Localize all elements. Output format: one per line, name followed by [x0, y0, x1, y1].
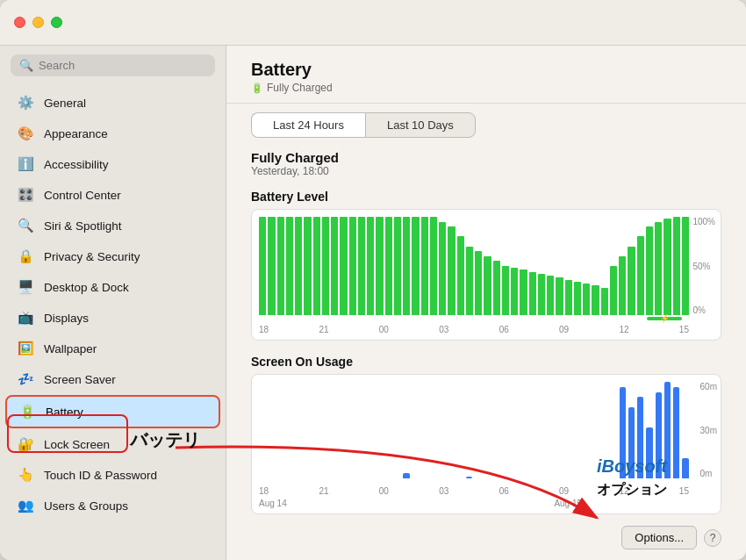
screen-bar — [403, 473, 409, 478]
battery-bar — [655, 222, 662, 315]
battery-bar — [511, 268, 518, 315]
screen-x-label: 03 — [439, 486, 448, 496]
battery-bar — [556, 277, 563, 315]
battery-bar — [574, 282, 581, 315]
battery-chart-section: Battery Level 100% 50% 0% 18210003060912… — [251, 190, 721, 341]
battery-bar — [439, 222, 446, 315]
battery-chart-label: Battery Level — [251, 190, 721, 204]
battery-bar — [538, 274, 545, 315]
battery-bar — [367, 217, 374, 315]
battery-bars — [259, 217, 689, 315]
battery-x-label: 21 — [319, 325, 328, 334]
screen-x-label: 12 — [619, 486, 628, 496]
battery-bar — [295, 217, 302, 315]
battery-bar — [394, 217, 401, 315]
screen-chart-section: Screen On Usage 60m 30m 0m 1821000306091… — [251, 355, 721, 514]
battery-bar — [340, 217, 347, 315]
content-subtitle: 🔋 Fully Charged — [251, 82, 721, 94]
battery-bar — [610, 266, 617, 315]
battery-bar — [313, 217, 320, 315]
sidebar-item-wallpaper[interactable]: 🖼️ Wallpaper — [5, 334, 220, 363]
sidebar-item-lock-screen[interactable]: 🔐 Lock Screen — [5, 429, 220, 459]
sidebar-item-siri-spotlight[interactable]: 🔍 Siri & Spotlight — [5, 211, 220, 241]
screen-bar — [628, 407, 635, 478]
sidebar-item-screen-saver[interactable]: 💤 Screen Saver — [5, 364, 220, 394]
sidebar-icon-wallpaper: 🖼️ — [16, 339, 35, 358]
sidebar-icon-siri-spotlight: 🔍 — [16, 216, 35, 235]
search-input[interactable] — [39, 59, 206, 72]
sidebar-label-siri-spotlight: Siri & Spotlight — [44, 219, 122, 233]
battery-x-labels: 1821000306091215 — [259, 325, 689, 334]
battery-bar — [682, 217, 689, 315]
sidebar-label-battery: Battery — [46, 406, 83, 419]
sidebar-icon-screen-saver: 💤 — [16, 370, 35, 389]
sidebar-item-appearance[interactable]: 🎨 Appearance — [5, 118, 220, 148]
battery-bar — [466, 247, 473, 315]
sidebar-item-users-groups[interactable]: 👥 Users & Groups — [5, 491, 220, 521]
screen-bar — [620, 387, 626, 478]
close-button[interactable] — [14, 17, 25, 28]
sidebar-item-touch-id-password[interactable]: 👆 Touch ID & Password — [5, 460, 220, 490]
search-input-wrap[interactable]: 🔍 — [11, 54, 215, 76]
status-block: Fully Charged Yesterday, 18:00 — [251, 150, 721, 177]
screen-y-labels: 60m 30m 0m — [700, 382, 717, 478]
minimize-button[interactable] — [32, 17, 44, 28]
battery-bar — [664, 219, 671, 315]
screen-bar — [466, 477, 472, 478]
sidebar-icon-appearance: 🎨 — [16, 124, 35, 143]
battery-bar — [583, 284, 590, 315]
battery-y-labels: 100% 50% 0% — [692, 217, 715, 315]
sidebar-label-privacy-security: Privacy & Security — [44, 250, 140, 263]
battery-bar — [286, 217, 293, 315]
battery-x-label: 00 — [379, 325, 389, 334]
battery-chart: 100% 50% 0% 1821000306091215 ⚡ — [251, 209, 721, 341]
screen-x-label: 15 — [679, 486, 689, 496]
sidebar-item-general[interactable]: ⚙️ General — [5, 88, 220, 118]
battery-bar — [628, 247, 635, 315]
sidebar-item-control-center[interactable]: 🎛️ Control Center — [5, 180, 220, 210]
sidebar-icon-touch-id-password: 👆 — [16, 465, 35, 485]
sidebar-icon-users-groups: 👥 — [16, 496, 35, 515]
bottom-bar: Options... ? — [226, 519, 746, 560]
sidebar-label-general: General — [44, 97, 86, 110]
battery-bar — [403, 217, 410, 315]
help-button[interactable]: ? — [704, 529, 721, 547]
tab-24h[interactable]: Last 24 Hours — [251, 112, 365, 138]
battery-x-label: 06 — [499, 325, 509, 334]
battery-bar — [331, 217, 338, 315]
battery-bar — [421, 217, 428, 315]
screen-x-label2: Aug 15 — [554, 499, 582, 508]
sidebar-item-privacy-security[interactable]: 🔒 Privacy & Security — [5, 241, 220, 271]
maximize-button[interactable] — [51, 17, 62, 28]
search-bar[interactable]: 🔍 — [0, 46, 226, 83]
sidebar-item-desktop-dock[interactable]: 🖥️ Desktop & Dock — [5, 272, 220, 302]
battery-bar — [385, 217, 392, 315]
battery-bar — [268, 217, 275, 315]
sidebar-item-displays[interactable]: 📺 Displays — [5, 303, 220, 333]
sidebar-icon-displays: 📺 — [16, 308, 35, 327]
sidebar: 🔍 ⚙️ General 🎨 Appearance ℹ️ Accessibili… — [0, 46, 226, 560]
sidebar-label-desktop-dock: Desktop & Dock — [44, 281, 129, 294]
screen-bar — [637, 397, 643, 478]
tab-bar: Last 24 HoursLast 10 Days — [226, 104, 746, 138]
screen-x-label2: Aug 14 — [259, 499, 287, 508]
sidebar-icon-control-center: 🎛️ — [16, 185, 35, 205]
system-preferences-window: 🔍 ⚙️ General 🎨 Appearance ℹ️ Accessibili… — [0, 0, 746, 560]
battery-bar — [673, 217, 680, 315]
options-button[interactable]: Options... — [621, 526, 697, 549]
subtitle-text: Fully Charged — [267, 82, 333, 94]
battery-bar — [412, 217, 419, 315]
battery-bar — [448, 226, 455, 315]
battery-bar — [349, 217, 356, 315]
sidebar-label-appearance: Appearance — [44, 127, 108, 140]
sidebar-label-control-center: Control Center — [44, 189, 121, 202]
screen-bar — [682, 458, 688, 478]
screen-bars — [259, 382, 689, 478]
sidebar-icon-lock-screen: 🔐 — [16, 434, 35, 454]
sidebar-item-battery[interactable]: 🔋 Battery — [5, 395, 220, 428]
title-bar — [0, 0, 746, 46]
status-time: Yesterday, 18:00 — [251, 165, 721, 177]
sidebar-item-accessibility[interactable]: ℹ️ Accessibility — [5, 149, 220, 179]
tab-10d[interactable]: Last 10 Days — [365, 112, 476, 138]
main-layout: 🔍 ⚙️ General 🎨 Appearance ℹ️ Accessibili… — [0, 46, 746, 560]
